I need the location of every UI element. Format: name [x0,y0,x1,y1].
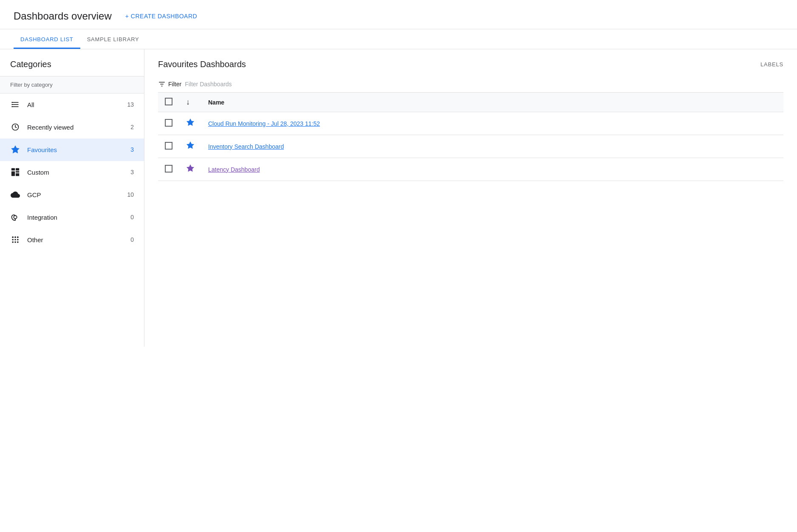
main-header: Favourites Dashboards LABELS [158,59,783,69]
svg-marker-7 [11,146,19,153]
create-dashboard-button[interactable]: + CREATE DASHBOARD [125,13,197,20]
main-title: Favourites Dashboards [158,59,246,69]
sidebar-item-favourites[interactable]: Favourites 3 [0,139,144,161]
sidebar-item-recently-viewed-count: 2 [130,124,134,130]
row-checkbox[interactable] [165,119,172,127]
integration-icon [10,212,20,222]
sidebar-item-all-label: All [27,101,120,108]
svg-marker-28 [187,165,194,172]
sidebar-item-other-label: Other [27,236,124,243]
svg-point-21 [14,241,16,243]
svg-marker-26 [187,119,194,126]
sidebar-item-custom-count: 3 [130,169,134,175]
row-star-icon[interactable] [186,143,195,151]
table-row: Inventory Search Dashboard [158,135,783,158]
clock-icon [10,122,20,132]
sidebar-item-other[interactable]: Other 0 [0,229,144,251]
sidebar-item-all[interactable]: All 13 [0,93,144,116]
row-name-cell: Cloud Run Monitoring - Jul 28, 2023 11:5… [201,112,783,135]
tab-dashboard-list[interactable]: DASHBOARD LIST [14,29,80,49]
svg-point-20 [12,241,14,243]
svg-point-14 [12,236,14,238]
sidebar-item-gcp[interactable]: GCP 10 [0,184,144,206]
svg-point-13 [14,215,17,218]
table-header-name: Name [201,93,783,112]
list-icon [10,99,20,110]
row-star-cell [179,112,201,135]
page-header: Dashboards overview + CREATE DASHBOARD [0,0,797,29]
sidebar-item-gcp-label: GCP [27,191,120,198]
row-star-cell [179,158,201,181]
dashboard-table: ↓ Name [158,93,783,181]
filter-icon [158,80,166,88]
sidebar-item-custom-label: Custom [27,169,124,176]
table-header-row: ↓ Name [158,93,783,112]
sidebar: Categories Filter by category All 13 [0,49,144,347]
svg-rect-9 [16,168,19,171]
tab-sample-library[interactable]: SAMPLE LIBRARY [80,29,146,49]
sidebar-item-recently-viewed[interactable]: Recently viewed 2 [0,116,144,139]
table-row: Cloud Run Monitoring - Jul 28, 2023 11:5… [158,112,783,135]
svg-point-16 [17,236,19,238]
dashboard-link[interactable]: Cloud Run Monitoring - Jul 28, 2023 11:5… [208,120,320,127]
row-checkbox-cell [158,112,179,135]
page-title: Dashboards overview [14,10,112,22]
table-header-checkbox [158,93,179,112]
sidebar-item-integration-count: 0 [130,214,134,221]
star-icon [10,144,20,155]
svg-rect-8 [11,168,15,171]
sidebar-item-custom[interactable]: Custom 3 [0,161,144,184]
svg-point-19 [17,239,19,241]
row-checkbox[interactable] [165,142,172,150]
dashboard-link[interactable]: Latency Dashboard [208,166,260,173]
table-header-star[interactable]: ↓ [179,93,201,112]
svg-point-15 [14,236,16,238]
svg-point-18 [14,239,16,241]
filter-label: Filter [168,81,181,88]
cloud-icon [10,190,20,200]
sidebar-item-integration[interactable]: Integration 0 [0,206,144,229]
other-icon [10,235,20,245]
main-panel: Favourites Dashboards LABELS Filter Filt… [144,49,797,347]
sidebar-item-recently-viewed-label: Recently viewed [27,124,124,131]
filter-by-category-label: Filter by category [0,76,144,93]
svg-point-3 [11,102,13,103]
sidebar-item-all-count: 13 [127,101,134,108]
filter-bar: Filter Filter Dashboards [158,76,783,93]
row-star-icon[interactable] [186,120,195,128]
row-checkbox-cell [158,135,179,158]
svg-point-5 [11,106,13,108]
sidebar-item-gcp-count: 10 [127,191,134,198]
sidebar-item-favourites-label: Favourites [27,146,124,153]
labels-button[interactable]: LABELS [760,61,783,68]
sidebar-item-other-count: 0 [130,236,134,243]
row-checkbox-cell [158,158,179,181]
svg-rect-10 [11,171,15,176]
row-name-cell: Inventory Search Dashboard [201,135,783,158]
svg-point-4 [11,104,13,105]
sidebar-item-favourites-count: 3 [130,146,134,153]
filter-icon-group: Filter [158,80,181,88]
table-row: Latency Dashboard [158,158,783,181]
row-name-cell: Latency Dashboard [201,158,783,181]
dashboard-link[interactable]: Inventory Search Dashboard [208,143,284,150]
sidebar-item-integration-label: Integration [27,214,124,221]
svg-point-17 [12,239,14,241]
svg-marker-27 [187,142,194,149]
header-checkbox[interactable] [165,98,172,105]
content-area: Categories Filter by category All 13 [0,49,797,347]
filter-placeholder[interactable]: Filter Dashboards [185,81,232,88]
row-star-cell [179,135,201,158]
row-checkbox[interactable] [165,165,172,173]
custom-icon [10,167,20,177]
row-star-icon[interactable] [186,166,195,174]
sidebar-title: Categories [0,59,144,76]
tabs-container: DASHBOARD LIST SAMPLE LIBRARY [0,29,797,49]
svg-point-22 [17,241,19,243]
